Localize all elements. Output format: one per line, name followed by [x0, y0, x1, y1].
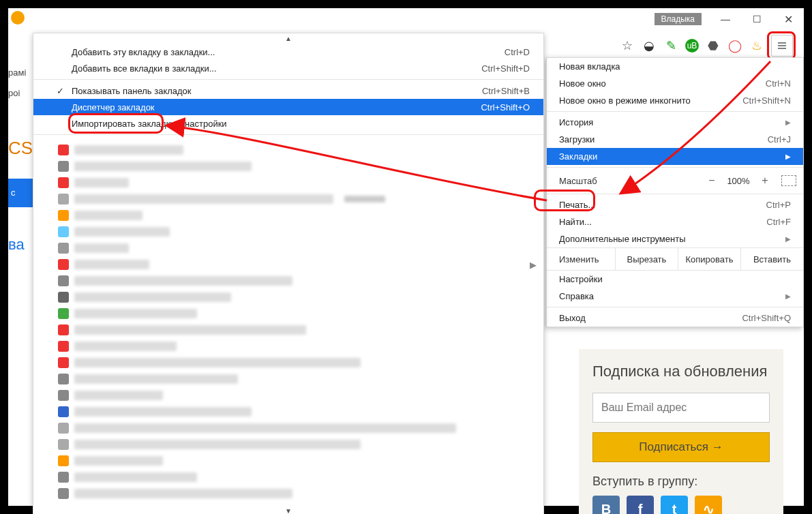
window-minimize-button[interactable]: — [710, 8, 741, 30]
bookmark-item[interactable] [58, 224, 537, 240]
star-icon[interactable]: ☆ [620, 38, 635, 53]
facebook-icon[interactable]: f [627, 496, 654, 514]
subscribe-title: Подписка на обновления [592, 363, 770, 380]
shortcut: Ctrl+F [766, 217, 791, 227]
menu-settings[interactable]: Настройки [547, 271, 803, 288]
subscribe-panel: Подписка на обновления Подписаться → Вст… [579, 349, 783, 514]
menu-label: Импортировать закладки и настройки [72, 119, 227, 129]
shortcut: Ctrl+Shift+O [481, 102, 530, 112]
peek-link[interactable]: ва [8, 235, 33, 255]
separator [547, 167, 803, 168]
menu-edit-row: Изменить Вырезать Копировать Вставить [547, 247, 803, 271]
menu-downloads[interactable]: Загрузки Ctrl+J [547, 131, 803, 148]
menu-label: Новое окно в режиме инкогнито [559, 95, 691, 106]
shortcut: Ctrl+Shift+Q [742, 313, 791, 323]
bookmark-item[interactable] [58, 338, 537, 354]
zoom-out-button[interactable]: − [702, 175, 721, 187]
chevron-right-icon: ▶ [785, 292, 791, 300]
bookmark-item[interactable] [58, 420, 537, 436]
menu-print[interactable]: Печать... Ctrl+P [547, 196, 803, 213]
bookmark-item[interactable] [58, 273, 537, 289]
bookmark-item[interactable] [58, 387, 537, 404]
paste-button[interactable]: Вставить [741, 248, 803, 270]
scroll-up-icon[interactable]: ▲ [33, 33, 543, 44]
extension-icon[interactable]: ⬣ [706, 38, 721, 53]
bookmark-item[interactable] [58, 191, 537, 207]
rss-icon[interactable]: ∿ [695, 496, 722, 514]
separator [33, 79, 543, 80]
bookmark-item[interactable] [58, 305, 537, 322]
window-titlebar: Владыка — ☐ ✕ [655, 8, 805, 30]
bookmark-item[interactable] [58, 175, 537, 191]
menu-incognito[interactable]: Новое окно в режиме инкогнито Ctrl+Shift… [547, 92, 803, 109]
subscribe-button[interactable]: Подписаться → [592, 432, 770, 462]
flame-icon[interactable]: ♨ [749, 38, 764, 53]
email-field[interactable] [592, 393, 770, 423]
bookmark-item[interactable] [58, 158, 537, 175]
copy-button[interactable]: Копировать [678, 248, 741, 270]
bm-import[interactable]: Импортировать закладки и настройки [33, 115, 543, 132]
menu-bookmarks[interactable]: Закладки ▶ [547, 148, 803, 165]
bm-manager[interactable]: Диспетчер закладок Ctrl+Shift+O [33, 99, 543, 115]
twitter-icon[interactable]: t [661, 496, 688, 514]
zoom-label: Масштаб [559, 176, 702, 186]
social-icons: B f t ∿ [592, 496, 770, 514]
fullscreen-button[interactable] [781, 175, 796, 186]
shortcut: Ctrl+Shift+N [742, 95, 791, 106]
menu-new-tab[interactable]: Новая вкладка [547, 58, 803, 75]
menu-history[interactable]: История ▶ [547, 114, 803, 131]
menu-label: Показывать панель закладок [72, 86, 192, 96]
menu-more-tools[interactable]: Дополнительные инструменты ▶ [547, 230, 803, 247]
bookmark-item[interactable] [58, 453, 537, 469]
bookmark-item[interactable] [58, 436, 537, 453]
bookmark-item[interactable] [58, 207, 537, 224]
evernote-icon[interactable]: ✎ [663, 38, 678, 53]
bookmark-item[interactable] [58, 485, 537, 502]
bookmark-item[interactable] [58, 371, 537, 387]
shortcut: Ctrl+J [768, 134, 791, 145]
bookmark-item[interactable]: ▶ [58, 256, 537, 273]
menu-label: Настройки [559, 274, 603, 284]
vk-icon[interactable]: B [592, 496, 620, 514]
chevron-right-icon: ▶ [785, 119, 791, 126]
page-content-left-edge: рамі роі CS с ва [8, 63, 33, 255]
pocket-icon[interactable]: ◒ [642, 38, 657, 53]
peek-button[interactable]: с [8, 179, 33, 207]
bookmark-item[interactable] [58, 142, 537, 158]
scroll-down-icon[interactable]: ▼ [33, 506, 543, 514]
menu-label: Дополнительные инструменты [559, 234, 686, 244]
amigo-logo-icon [11, 11, 25, 25]
menu-label: Новая вкладка [559, 61, 620, 72]
user-tag: Владыка [655, 13, 702, 25]
bookmark-item[interactable] [58, 354, 537, 371]
bm-show-bar[interactable]: Показывать панель закладок Ctrl+Shift+B [33, 82, 543, 99]
bookmark-item[interactable] [58, 404, 537, 420]
bm-add-all[interactable]: Добавить все вкладки в закладки... Ctrl+… [33, 60, 543, 76]
bookmark-item[interactable] [58, 469, 537, 485]
cut-button[interactable]: Вырезать [616, 248, 678, 270]
peek-text: роі [8, 83, 33, 104]
menu-exit[interactable]: Выход Ctrl+Shift+Q [547, 309, 803, 327]
shortcut: Ctrl+Shift+D [481, 63, 530, 74]
bookmark-item[interactable] [58, 240, 537, 256]
bookmark-item[interactable] [58, 322, 537, 338]
opera-icon[interactable]: ◯ [727, 38, 742, 53]
chrome-main-menu: Новая вкладка Новое окно Ctrl+N Новое ок… [546, 57, 804, 327]
menu-label: Добавить все вкладки в закладки... [72, 63, 217, 74]
menu-label: Новое окно [559, 78, 606, 89]
main-menu-button[interactable] [771, 35, 793, 57]
menu-find[interactable]: Найти... Ctrl+F [547, 213, 803, 230]
window-maximize-button[interactable]: ☐ [741, 8, 772, 30]
app-frame: Владыка — ☐ ✕ ☆ ◒ ✎ uB ⬣ ◯ ♨ рамі роі CS… [8, 8, 804, 506]
peek-text: CS [8, 138, 33, 158]
zoom-in-button[interactable]: + [755, 175, 775, 187]
menu-label: Закладки [559, 151, 597, 162]
bm-add-tab[interactable]: Добавить эту вкладку в закладки... Ctrl+… [33, 44, 543, 60]
ublock-icon[interactable]: uB [685, 39, 699, 52]
menu-help[interactable]: Справка ▶ [547, 288, 803, 305]
menu-label: Загрузки [559, 134, 595, 145]
menu-new-window[interactable]: Новое окно Ctrl+N [547, 75, 803, 92]
toolbar-icons: ☆ ◒ ✎ uB ⬣ ◯ ♨ [620, 34, 793, 57]
bookmark-item[interactable] [58, 289, 537, 305]
window-close-button[interactable]: ✕ [772, 8, 804, 30]
